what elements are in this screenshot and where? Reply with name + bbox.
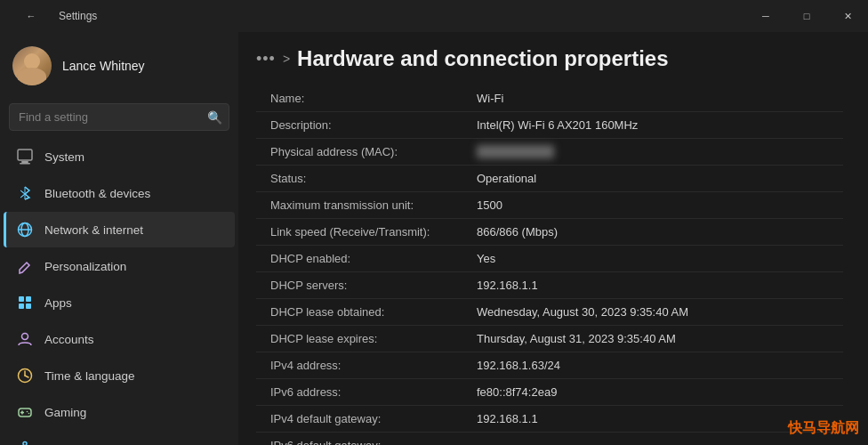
sidebar-item-apps[interactable]: Apps [4, 285, 235, 320]
property-label: IPv4 address: [256, 352, 470, 379]
table-row: IPv4 address:192.168.1.63/24 [256, 352, 843, 379]
content-area: ••• > Hardware and connection properties… [238, 32, 868, 445]
search-box: 🔍 [9, 103, 229, 131]
table-row: Description:Intel(R) Wi-Fi 6 AX201 160MH… [256, 112, 843, 139]
sidebar-item-time[interactable]: Time & language [4, 358, 235, 393]
property-label: Status: [256, 166, 470, 192]
table-row: IPv6 default gateway: [256, 433, 843, 446]
svg-point-18 [28, 413, 30, 415]
svg-rect-0 [18, 150, 32, 160]
search-icon: 🔍 [207, 110, 222, 125]
sidebar-item-personalization[interactable]: Personalization [4, 248, 235, 284]
property-label: DHCP lease obtained: [256, 299, 470, 326]
property-value: fe80::8f74:2ea9 [470, 379, 843, 406]
property-value [470, 433, 843, 446]
svg-rect-8 [19, 303, 24, 309]
sidebar-item-system[interactable]: System [4, 139, 235, 174]
accessibility-icon [16, 440, 34, 445]
property-label: IPv6 address: [256, 379, 470, 406]
back-button[interactable]: ← [11, 0, 52, 32]
property-value: Thursday, August 31, 2023 9:35:40 AM [470, 326, 843, 352]
property-value: Wi-Fi [470, 85, 843, 112]
content-header: ••• > Hardware and connection properties [238, 32, 868, 82]
sidebar-item-label-apps: Apps [44, 296, 72, 310]
app-body: Lance Whitney 🔍 SystemBluetooth & device… [0, 32, 868, 445]
property-label: DHCP servers: [256, 272, 470, 299]
sidebar-item-label-network: Network & internet [44, 223, 143, 237]
sidebar-item-gaming[interactable]: Gaming [4, 394, 235, 430]
property-value: 192.168.1.XX [470, 139, 843, 166]
sidebar-item-label-accessibility: Accessibility [44, 442, 110, 446]
close-button[interactable]: ✕ [827, 0, 868, 32]
avatar [12, 46, 52, 85]
table-row: DHCP enabled:Yes [256, 246, 843, 272]
property-label: Maximum transmission unit: [256, 192, 470, 219]
apps-icon [16, 294, 34, 312]
table-row: Name:Wi-Fi [256, 85, 843, 112]
table-row: IPv4 default gateway:192.168.1.1 [256, 406, 843, 433]
table-row: Status:Operational [256, 166, 843, 192]
sidebar-item-label-accounts: Accounts [44, 333, 94, 346]
property-label: DHCP enabled: [256, 246, 470, 272]
personalization-icon [16, 257, 34, 275]
search-input[interactable] [9, 103, 229, 131]
property-value: Wednesday, August 30, 2023 9:35:40 AM [470, 299, 843, 326]
table-row: Link speed (Receive/Transmit):866/866 (M… [256, 219, 843, 246]
minimize-button[interactable]: ─ [745, 0, 786, 32]
table-row: DHCP lease expires:Thursday, August 31, … [256, 326, 843, 352]
maximize-button[interactable]: □ [786, 0, 827, 32]
sidebar-item-bluetooth[interactable]: Bluetooth & devices [4, 175, 235, 211]
nav-container: SystemBluetooth & devicesNetwork & inter… [0, 138, 238, 445]
table-row: Physical address (MAC):192.168.1.XX [256, 139, 843, 166]
table-row: DHCP servers:192.168.1.1 [256, 272, 843, 299]
user-name: Lance Whitney [62, 59, 145, 73]
svg-rect-1 [21, 161, 28, 163]
property-label: Link speed (Receive/Transmit): [256, 219, 470, 246]
breadcrumb-chevron: > [283, 52, 290, 66]
svg-point-17 [27, 411, 28, 413]
property-label: IPv6 default gateway: [256, 433, 470, 446]
table-row: Maximum transmission unit:1500 [256, 192, 843, 219]
breadcrumb-dots[interactable]: ••• [256, 50, 276, 69]
gaming-icon [16, 403, 34, 421]
app-title: Settings [59, 10, 97, 22]
titlebar-left: ← Settings [11, 0, 97, 32]
property-value: 1500 [470, 192, 843, 219]
sidebar-item-label-system: System [44, 150, 84, 164]
sidebar-item-label-personalization: Personalization [44, 260, 126, 273]
titlebar: ← Settings ─ □ ✕ [0, 0, 868, 32]
bluetooth-icon [16, 184, 34, 202]
property-label: Description: [256, 112, 470, 139]
table-row: IPv6 address:fe80::8f74:2ea9 [256, 379, 843, 406]
table-row: DHCP lease obtained:Wednesday, August 30… [256, 299, 843, 326]
property-label: Name: [256, 85, 470, 112]
sidebar-item-accessibility[interactable]: Accessibility [4, 431, 235, 445]
avatar-image [12, 46, 52, 85]
user-profile[interactable]: Lance Whitney [0, 32, 238, 100]
sidebar-item-network[interactable]: Network & internet [4, 212, 235, 247]
sidebar-item-label-bluetooth: Bluetooth & devices [44, 187, 150, 200]
sidebar-item-label-gaming: Gaming [44, 406, 86, 419]
page-title: Hardware and connection properties [297, 46, 668, 71]
system-icon [16, 148, 34, 166]
svg-rect-9 [26, 303, 31, 309]
property-value: 192.168.1.63/24 [470, 352, 843, 379]
network-icon [16, 221, 34, 239]
property-value: Intel(R) Wi-Fi 6 AX201 160MHz [470, 112, 843, 139]
property-value: Yes [470, 246, 843, 272]
svg-point-10 [22, 334, 28, 340]
property-value: 192.168.1.1 [470, 272, 843, 299]
svg-line-13 [25, 376, 28, 377]
accounts-icon [16, 330, 34, 348]
property-label: Physical address (MAC): [256, 139, 470, 166]
sidebar: Lance Whitney 🔍 SystemBluetooth & device… [0, 32, 238, 445]
property-value: 866/866 (Mbps) [470, 219, 843, 246]
property-value: 192.168.1.1 [470, 406, 843, 433]
properties-table: Name:Wi-FiDescription:Intel(R) Wi-Fi 6 A… [256, 85, 843, 445]
svg-point-19 [23, 442, 27, 446]
window-controls: ─ □ ✕ [745, 0, 868, 32]
sidebar-item-label-time: Time & language [44, 369, 135, 383]
sidebar-item-accounts[interactable]: Accounts [4, 321, 235, 357]
svg-rect-2 [20, 163, 30, 165]
property-label: DHCP lease expires: [256, 326, 470, 352]
